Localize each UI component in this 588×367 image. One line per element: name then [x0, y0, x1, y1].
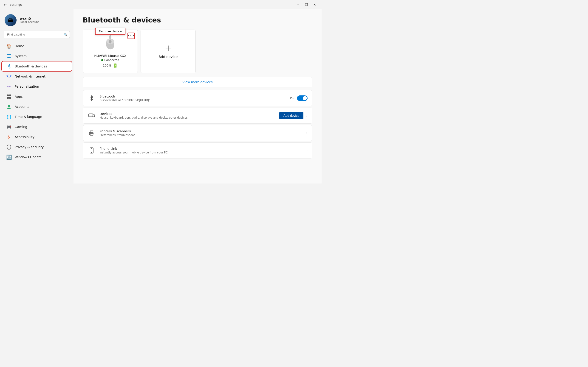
privacy-icon: [6, 144, 11, 150]
sidebar-item-network-label: Network & internet: [15, 75, 45, 78]
sidebar-item-accessibility-label: Accessibility: [15, 135, 35, 139]
title-bar: ← Settings − ❐ ✕: [0, 0, 321, 9]
svg-rect-2: [8, 58, 10, 58]
search-input[interactable]: [4, 31, 70, 38]
sidebar-item-personalization-label: Personalization: [15, 85, 39, 88]
svg-rect-6: [7, 97, 9, 99]
printers-row-text: Printers & scanners Preferences, trouble…: [99, 129, 306, 137]
svg-point-21: [93, 133, 94, 134]
devices-row: Remove device ••• HUAWEI Mouse XXX: [83, 30, 312, 73]
bluetooth-row[interactable]: Bluetooth Discoverable as "DESKTOP-DJHEU…: [83, 90, 312, 106]
bluetooth-row-icon: [87, 94, 96, 102]
sidebar-item-apps[interactable]: Apps: [2, 92, 72, 101]
devices-chevron: ›: [306, 114, 308, 117]
devices-row-text: Devices Mouse, keyboard, pen, audio, dis…: [99, 112, 279, 119]
accessibility-icon: ♿: [6, 134, 11, 140]
phone-link-right: ›: [306, 149, 308, 152]
battery-percent: 100%: [103, 64, 111, 67]
svg-rect-13: [109, 40, 112, 43]
add-device-button[interactable]: Add device: [279, 112, 303, 119]
phone-link-chevron: ›: [306, 149, 308, 152]
phone-link-subtitle: Instantly access your mobile device from…: [99, 151, 306, 154]
user-role: Local Account: [20, 20, 39, 24]
printers-row-icon: [87, 129, 96, 137]
menu-dots: •••: [128, 34, 135, 38]
sidebar-item-home[interactable]: 🏠 Home: [2, 41, 72, 51]
user-info: wrxn0 Local Account: [20, 17, 39, 24]
status-dot: [101, 59, 103, 61]
sidebar-item-bluetooth[interactable]: Bluetooth & devices: [2, 61, 72, 71]
printers-row[interactable]: Printers & scanners Preferences, trouble…: [83, 125, 312, 141]
system-icon: [6, 54, 11, 59]
device-status: Connected: [101, 58, 119, 62]
sidebar-item-apps-label: Apps: [15, 95, 23, 98]
personalization-icon: ✏️: [6, 84, 11, 89]
sidebar-item-system[interactable]: System: [2, 51, 72, 61]
page-title: Bluetooth & devices: [83, 16, 312, 24]
battery-icon: 🔋: [113, 63, 118, 68]
main-content: Bluetooth & devices Remove device •••: [73, 9, 321, 184]
toggle-label: On: [290, 97, 294, 100]
svg-point-23: [91, 152, 92, 153]
close-button[interactable]: ✕: [311, 1, 318, 8]
device-name: HUAWEI Mouse XXX: [94, 54, 126, 58]
svg-rect-7: [9, 97, 11, 99]
add-device-card[interactable]: + Add device: [141, 30, 196, 73]
search-box: 🔍: [4, 31, 70, 38]
phone-link-icon: [87, 146, 96, 155]
devices-row-right: Add device ›: [279, 112, 308, 119]
sidebar-item-network[interactable]: Network & internet: [2, 72, 72, 81]
sidebar-item-privacy-label: Privacy & security: [15, 145, 44, 149]
time-icon: 🌐: [6, 114, 11, 119]
svg-point-9: [7, 108, 10, 109]
view-more-button[interactable]: View more devices: [83, 77, 312, 87]
printers-row-right: ›: [306, 131, 308, 135]
sidebar-item-accessibility[interactable]: ♿ Accessibility: [2, 132, 72, 142]
add-plus-icon: +: [165, 44, 172, 52]
back-icon[interactable]: ←: [4, 2, 7, 7]
search-icon: 🔍: [64, 33, 68, 36]
sidebar-item-bluetooth-label: Bluetooth & devices: [15, 65, 47, 68]
sidebar-item-gaming[interactable]: 🎮 Gaming: [2, 122, 72, 132]
sidebar-item-time[interactable]: 🌐 Time & language: [2, 112, 72, 122]
sidebar-item-accounts[interactable]: Accounts: [2, 102, 72, 111]
device-status-label: Connected: [104, 58, 119, 62]
svg-point-14: [109, 35, 111, 40]
svg-rect-4: [7, 94, 9, 96]
printers-row-title: Printers & scanners: [99, 129, 306, 133]
printers-chevron: ›: [306, 131, 308, 135]
accounts-icon: [6, 104, 11, 109]
svg-rect-15: [89, 114, 93, 117]
bluetooth-toggle[interactable]: [297, 95, 308, 101]
sidebar-item-privacy[interactable]: Privacy & security: [2, 142, 72, 152]
title-bar-left: ← Settings: [4, 2, 22, 7]
svg-rect-1: [8, 58, 10, 58]
devices-row-subtitle: Mouse, keyboard, pen, audio, displays an…: [99, 116, 279, 119]
device-card-wrapper: Remove device ••• HUAWEI Mouse XXX: [83, 30, 138, 73]
phone-link-row[interactable]: Phone Link Instantly access your mobile …: [83, 142, 312, 158]
bluetooth-row-title: Bluetooth: [99, 94, 290, 98]
title-bar-title: Settings: [9, 3, 22, 6]
network-icon: [6, 74, 11, 79]
sidebar-item-time-label: Time & language: [15, 115, 42, 119]
remove-device-label: Remove device: [99, 30, 122, 33]
sidebar-item-update-label: Windows Update: [15, 155, 42, 159]
title-bar-controls: − ❐ ✕: [295, 1, 318, 8]
devices-settings-row[interactable]: Devices Mouse, keyboard, pen, audio, dis…: [83, 108, 312, 124]
sidebar: wrxn0 Local Account 🔍 🏠 Home System Blue…: [0, 9, 73, 184]
avatar[interactable]: [5, 14, 17, 26]
bluetooth-toggle-wrap: On: [290, 95, 308, 101]
device-menu-button[interactable]: •••: [128, 33, 135, 39]
minimize-button[interactable]: −: [295, 1, 301, 8]
sidebar-item-accounts-label: Accounts: [15, 105, 29, 108]
update-icon: 🔄: [6, 155, 11, 160]
remove-device-popup[interactable]: Remove device: [95, 28, 125, 35]
add-device-label: Add device: [158, 55, 178, 59]
svg-rect-16: [93, 115, 95, 117]
devices-row-title: Devices: [99, 112, 279, 116]
phone-link-title: Phone Link: [99, 147, 306, 150]
sidebar-item-update[interactable]: 🔄 Windows Update: [2, 152, 72, 162]
restore-button[interactable]: ❐: [303, 1, 310, 8]
sidebar-item-personalization[interactable]: ✏️ Personalization: [2, 82, 72, 91]
svg-rect-5: [9, 94, 11, 96]
